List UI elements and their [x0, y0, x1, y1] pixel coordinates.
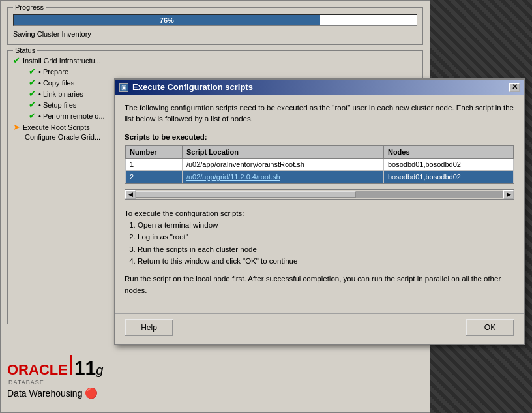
cell-nodes: bosodbd01,bosodbd02 [383, 170, 513, 183]
instructions-block: To execute the configuration scripts: Op… [125, 207, 514, 268]
instruction-item: Open a terminal window [138, 219, 514, 231]
cell-number: 2 [126, 170, 183, 183]
modal-title-left: ▣ Execute Configuration scripts [119, 82, 253, 92]
modal-overlay: ▣ Execute Configuration scripts ✕ The fo… [0, 0, 532, 413]
scroll-track[interactable] [136, 191, 503, 198]
scroll-left-button[interactable]: ◀ [125, 190, 136, 199]
instruction-item: Return to this window and click "OK" to … [138, 255, 514, 267]
horizontal-scrollbar[interactable]: ◀ ▶ [125, 189, 514, 200]
cell-script: /u02/app/oraInventory/orainstRoot.sh [182, 158, 383, 170]
modal-app-icon: ▣ [119, 83, 128, 92]
instructions-list: Open a terminal window Log in as "root" … [138, 219, 514, 268]
help-rest: elp [147, 323, 157, 332]
cell-nodes: bosodbd01,bosodbd02 [383, 158, 513, 170]
instruction-item: Run the scripts in each cluster node [138, 243, 514, 255]
help-button[interactable]: Help [125, 319, 173, 336]
modal-description: The following configuration scripts need… [125, 102, 514, 125]
scripts-table-wrapper: Number Script Location Nodes 1 /u02/app/… [125, 145, 514, 184]
cell-script: /u02/app/grid/11.2.0.4/root.sh [182, 170, 383, 183]
modal-close-button[interactable]: ✕ [509, 83, 520, 92]
ok-button[interactable]: OK [466, 319, 514, 336]
modal-titlebar: ▣ Execute Configuration scripts ✕ [115, 80, 524, 95]
run-script-note: Run the script on the local node first. … [125, 273, 514, 296]
col-header-number: Number [126, 145, 183, 158]
scroll-right-button[interactable]: ▶ [503, 190, 514, 199]
modal-body: The following configuration scripts need… [115, 95, 524, 313]
help-underline-h: H [141, 323, 147, 332]
scripts-label: Scripts to be executed: [125, 133, 514, 141]
instruction-item: Log in as "root" [138, 231, 514, 243]
table-row[interactable]: 2 /u02/app/grid/11.2.0.4/root.sh bosodbd… [126, 170, 514, 183]
execute-config-modal: ▣ Execute Configuration scripts ✕ The fo… [114, 78, 525, 345]
modal-title-text: Execute Configuration scripts [132, 82, 253, 92]
scroll-thumb[interactable] [136, 191, 356, 198]
col-header-nodes: Nodes [383, 145, 513, 158]
table-row[interactable]: 1 /u02/app/oraInventory/orainstRoot.sh b… [126, 158, 514, 170]
col-header-script: Script Location [182, 145, 383, 158]
modal-footer: Help OK [115, 313, 524, 344]
scripts-table: Number Script Location Nodes 1 /u02/app/… [125, 145, 514, 183]
script-link[interactable]: /u02/app/grid/11.2.0.4/root.sh [186, 173, 280, 181]
cell-number: 1 [126, 158, 183, 170]
instructions-title: To execute the configuration scripts: [125, 207, 514, 219]
